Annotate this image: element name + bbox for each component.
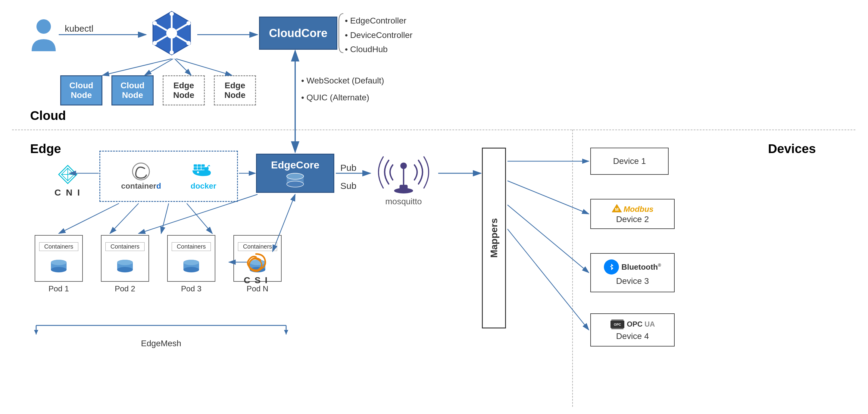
svg-rect-20	[194, 165, 197, 167]
feature-device-controller: • DeviceController	[345, 28, 413, 42]
containerd-label: containerd	[121, 181, 161, 191]
cloud-section-label: Cloud	[30, 109, 66, 123]
pub-label: Pub	[340, 163, 356, 173]
edge-section-label: Edge	[30, 142, 61, 156]
svg-rect-24	[197, 167, 201, 170]
kubernetes-logo	[148, 9, 196, 57]
cloud-node-1: CloudNode	[60, 75, 102, 106]
svg-line-79	[161, 203, 169, 234]
devices-section-label: Devices	[768, 142, 816, 156]
svg-point-13	[153, 41, 157, 45]
device-2-label: Device 2	[616, 214, 649, 224]
svg-point-2	[166, 28, 177, 38]
svg-line-77	[59, 203, 119, 234]
mappers-box: Mappers	[482, 148, 506, 328]
cni-label: C N I	[55, 187, 81, 198]
device-3-content: Bluetooth® Device 3	[604, 260, 661, 286]
svg-line-78	[110, 203, 138, 234]
cloud-edge-divider	[12, 129, 855, 130]
svg-text:OPC: OPC	[614, 323, 621, 326]
mosquitto-label: mosquitto	[385, 197, 422, 206]
pod-1-inner: Containers	[35, 235, 83, 282]
protocol-labels: • WebSocket (Default) • QUIC (Alternate)	[301, 72, 384, 106]
svg-rect-22	[202, 165, 205, 167]
svg-marker-54	[34, 330, 38, 334]
edgemesh-bracket: EdgeMesh	[33, 322, 289, 348]
opcua-text: OPC UA	[627, 320, 655, 328]
cloudcore-box: CloudCore	[259, 17, 337, 50]
person-icon	[30, 18, 57, 51]
csi-label: C S I	[244, 275, 268, 285]
svg-line-65	[102, 59, 172, 75]
svg-line-68	[176, 59, 232, 75]
csi-box: C S I	[235, 247, 277, 289]
pod-1: Containers Pod 1	[33, 235, 84, 295]
svg-point-46	[183, 260, 199, 265]
svg-point-42	[117, 260, 133, 265]
device-2-content: M Modbus Device 2	[611, 204, 654, 224]
pod-2-label: Pod 2	[115, 284, 135, 294]
feature-cloudhub: • CloudHub	[345, 42, 413, 57]
svg-point-37	[51, 267, 67, 272]
svg-rect-23	[194, 167, 197, 170]
edgecore-box: EdgeCore	[256, 154, 334, 193]
device-3-box: Bluetooth® Device 3	[590, 253, 675, 292]
mappers-label: Mappers	[489, 218, 500, 258]
cni-box: C N I	[47, 160, 89, 202]
cloudcore-features: • EdgeController • DeviceController • Cl…	[345, 13, 413, 57]
pod-3-containers: Containers	[172, 242, 211, 251]
cloudcore-title: CloudCore	[269, 27, 328, 40]
pod-1-label: Pod 1	[49, 284, 69, 294]
cloud-node-2: CloudNode	[112, 75, 154, 106]
svg-point-14	[186, 21, 191, 25]
bluetooth-logo: Bluetooth®	[604, 260, 661, 274]
svg-point-12	[186, 41, 191, 45]
device-4-label: Device 4	[616, 331, 649, 341]
svg-point-30	[287, 181, 304, 187]
svg-line-74	[507, 205, 589, 273]
opcua-logo: OPC OPC UA	[610, 319, 655, 330]
pod-3-inner: Containers	[167, 235, 215, 282]
modbus-text: Modbus	[623, 205, 654, 214]
websocket-label: • WebSocket (Default)	[301, 72, 384, 89]
feature-edge-controller: • EdgeController	[345, 13, 413, 28]
device-4-box: OPC OPC UA Device 4	[590, 313, 675, 347]
svg-point-19	[132, 163, 149, 180]
edge-node-1: EdgeNode	[163, 75, 205, 106]
modbus-logo: M Modbus	[611, 204, 654, 214]
edgecore-title: EdgeCore	[271, 159, 319, 171]
edgemesh-label: EdgeMesh	[33, 339, 289, 348]
svg-point-9	[169, 12, 174, 16]
docker-label: docker	[191, 181, 216, 191]
diagram-container: kubectl CloudCore • EdgeC	[0, 0, 868, 414]
svg-line-73	[507, 181, 589, 214]
edge-devices-divider	[572, 129, 573, 407]
bluetooth-text: Bluetooth®	[621, 262, 661, 272]
device-1-box: Device 1	[590, 148, 669, 175]
svg-point-27	[197, 172, 199, 173]
svg-point-31	[287, 173, 304, 179]
svg-point-11	[153, 21, 157, 25]
device-1-label: Device 1	[613, 156, 646, 166]
pod-3-label: Pod 3	[181, 284, 202, 294]
svg-point-41	[117, 267, 133, 272]
device-3-label: Device 3	[616, 276, 649, 286]
svg-line-80	[187, 203, 212, 234]
svg-line-75	[507, 229, 589, 330]
pod-1-containers: Containers	[39, 242, 78, 251]
svg-point-0	[36, 19, 51, 34]
docker-icon: docker	[191, 162, 216, 191]
pod-3: Containers Pod 3	[166, 235, 217, 295]
runtime-dashed-box: containerd docker	[99, 151, 238, 202]
edge-node-2: EdgeNode	[214, 75, 256, 106]
nodes-row: CloudNode CloudNode EdgeNode EdgeNode	[60, 75, 256, 106]
svg-text:M: M	[615, 207, 619, 212]
svg-line-66	[145, 59, 173, 75]
svg-rect-25	[202, 167, 205, 170]
device-4-content: OPC OPC UA Device 4	[610, 319, 655, 341]
quic-label: • QUIC (Alternate)	[301, 89, 384, 106]
pod-2: Containers Pod 2	[99, 235, 151, 295]
svg-point-38	[51, 260, 67, 265]
mosquitto-box: mosquitto	[370, 148, 437, 208]
kubectl-label: kubectl	[65, 24, 93, 34]
